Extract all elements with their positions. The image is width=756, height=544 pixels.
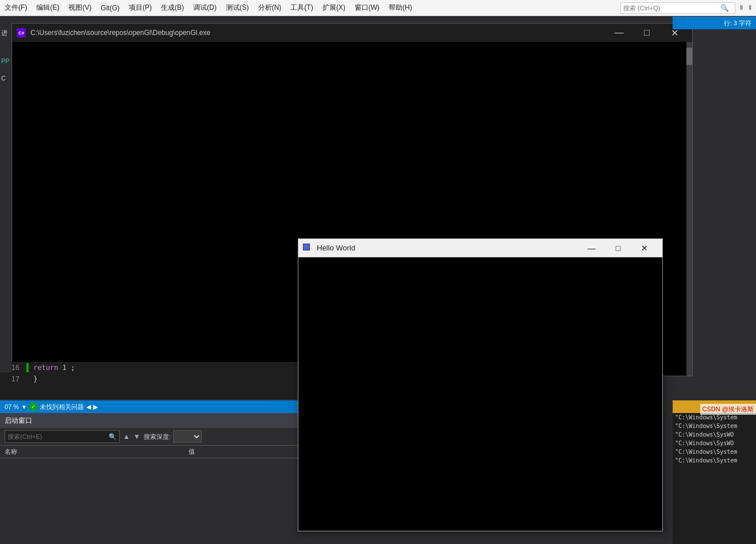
hello-world-title: Hello World bbox=[317, 244, 574, 252]
pin-button-2[interactable]: Ⅱ bbox=[746, 3, 754, 13]
left-label-pp: PP bbox=[1, 57, 10, 64]
menu-debug[interactable]: 调试(D) bbox=[189, 1, 221, 15]
hello-world-titlebar: Hello World — □ ✕ bbox=[298, 239, 662, 257]
left-label-progress: 进 bbox=[1, 29, 7, 37]
menu-analyze[interactable]: 分析(N) bbox=[254, 1, 286, 15]
zoom-level: 07 % bbox=[5, 403, 19, 410]
console-title: C:\Users\fuzichen\source\repos\openGl\De… bbox=[30, 29, 601, 37]
menu-git[interactable]: Git(G) bbox=[96, 2, 124, 14]
code-line-16: 16 return 1 ; bbox=[0, 362, 299, 373]
vs-menubar: 文件(F) 编辑(E) 视图(V) Git(G) 项目(P) 生成(B) 调试(… bbox=[0, 0, 756, 16]
search-box[interactable]: 🔍 bbox=[620, 2, 735, 14]
bottom-panel-title: 启动窗口 bbox=[5, 416, 32, 426]
line-char-text: 行: 3 字符 bbox=[724, 19, 751, 28]
topright-buttons: Ⅱ Ⅱ bbox=[738, 3, 754, 13]
menu-extend[interactable]: 扩展(X) bbox=[318, 1, 350, 15]
output-line-6: "C:\Windows\System bbox=[673, 456, 756, 465]
console-app-icon: C# bbox=[17, 28, 26, 37]
menu-build[interactable]: 生成(B) bbox=[156, 1, 189, 15]
left-label-c: C bbox=[1, 75, 6, 82]
bottom-panel: 启动窗口 🔍 ▲ ▼ 搜索深度: 名称 值 bbox=[0, 413, 299, 544]
right-output-panel: "C:\Windows\System "C:\Windows\System "C… bbox=[673, 413, 756, 544]
hello-world-controls: — □ ✕ bbox=[578, 239, 658, 257]
bottom-panel-search: 🔍 ▲ ▼ 搜索深度: bbox=[0, 428, 299, 446]
sort-down-button[interactable]: ▼ bbox=[132, 433, 141, 441]
sort-up-button[interactable]: ▲ bbox=[122, 433, 131, 441]
debug-breakpoint-indicator bbox=[26, 363, 29, 372]
menu-view[interactable]: 视图(V) bbox=[64, 1, 96, 15]
console-scrollbar-thumb bbox=[686, 48, 692, 65]
panel-search-box[interactable]: 🔍 bbox=[5, 430, 120, 443]
search-depth-select[interactable] bbox=[173, 430, 202, 443]
code-content-17: } bbox=[33, 375, 37, 383]
hello-world-body bbox=[298, 257, 662, 531]
panel-columns: 名称 值 bbox=[0, 446, 299, 458]
no-errors-text: 未找到相关问题 bbox=[40, 403, 84, 411]
no-errors-icon: ✓ bbox=[29, 403, 37, 411]
menu-tools[interactable]: 工具(T) bbox=[286, 1, 317, 15]
search-icon: 🔍 bbox=[719, 2, 730, 14]
console-scrollbar[interactable] bbox=[686, 42, 692, 376]
code-editor-strip: 16 return 1 ; 17 } bbox=[0, 362, 299, 399]
scroll-right-btn[interactable]: ▶ bbox=[93, 403, 98, 411]
menu-help[interactable]: 帮助(H) bbox=[384, 1, 417, 15]
left-sidebar bbox=[0, 16, 11, 372]
scroll-left-btn[interactable]: ◀ bbox=[86, 403, 91, 411]
panel-search-icon[interactable]: 🔍 bbox=[106, 433, 119, 441]
menu-edit[interactable]: 编辑(E) bbox=[32, 1, 64, 15]
output-line-4: "C:\Windows\SysWO bbox=[673, 439, 756, 447]
output-line-5: "C:\Windows\System bbox=[673, 447, 756, 456]
menu-test[interactable]: 测试(S) bbox=[221, 1, 254, 15]
code-content-16: return 1 ; bbox=[33, 364, 75, 372]
search-input[interactable] bbox=[621, 5, 719, 11]
search-depth-label: 搜索深度: bbox=[144, 433, 171, 441]
output-line-3: "C:\Windows\SysWO bbox=[673, 430, 756, 439]
hello-world-close-button[interactable]: ✕ bbox=[631, 239, 658, 257]
line-char-indicator: 行: 3 字符 bbox=[673, 17, 756, 29]
no-errors-indicator: ✓ 未找到相关问题 bbox=[29, 403, 84, 411]
menu-file[interactable]: 文件(F) bbox=[0, 1, 32, 15]
hello-world-minimize-button[interactable]: — bbox=[578, 239, 605, 257]
console-titlebar: C# C:\Users\fuzichen\source\repos\openGl… bbox=[12, 24, 692, 42]
csdn-watermark: CSDN @埃卡洛斯 bbox=[700, 404, 756, 415]
console-maximize-button[interactable]: □ bbox=[634, 24, 660, 42]
col-header-name: 名称 bbox=[0, 446, 184, 458]
menu-project[interactable]: 项目(P) bbox=[124, 1, 156, 15]
hello-world-window: Hello World — □ ✕ bbox=[298, 238, 663, 531]
col-header-value: 值 bbox=[184, 446, 299, 458]
console-minimize-button[interactable]: — bbox=[606, 24, 632, 42]
output-line-2: "C:\Windows\System bbox=[673, 422, 756, 430]
panel-search-input[interactable] bbox=[5, 433, 106, 440]
pin-button-1[interactable]: Ⅱ bbox=[738, 3, 745, 13]
line-number-17: 17 bbox=[2, 375, 20, 383]
hello-world-maximize-button[interactable]: □ bbox=[605, 239, 631, 257]
vs-status-bar: 07 % ▼ ✓ 未找到相关问题 ◀ ▶ bbox=[0, 400, 299, 413]
menu-window[interactable]: 窗口(W) bbox=[350, 1, 384, 15]
bottom-panel-titlebar: 启动窗口 bbox=[0, 413, 299, 428]
code-line-17: 17 } bbox=[0, 373, 299, 385]
hello-world-app-icon bbox=[303, 244, 312, 253]
